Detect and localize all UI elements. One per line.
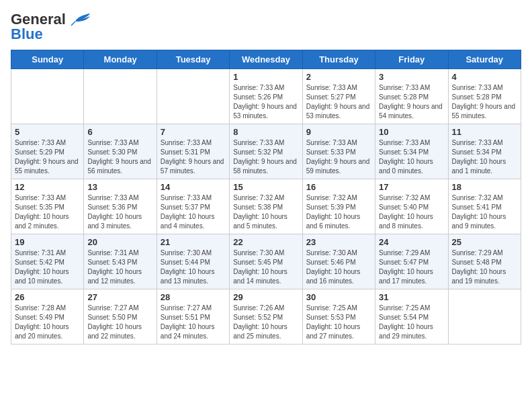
day-number: 12 — [15, 182, 80, 192]
day-number: 31 — [379, 292, 444, 302]
day-info: Sunrise: 7:30 AM Sunset: 5:46 PM Dayligh… — [306, 248, 371, 286]
day-info: Sunrise: 7:31 AM Sunset: 5:42 PM Dayligh… — [15, 248, 80, 286]
calendar-day-10: 10Sunrise: 7:33 AM Sunset: 5:34 PM Dayli… — [375, 124, 448, 179]
day-number: 1 — [233, 72, 298, 82]
day-number: 17 — [379, 182, 444, 192]
day-info: Sunrise: 7:33 AM Sunset: 5:35 PM Dayligh… — [15, 193, 80, 231]
calendar-day-23: 23Sunrise: 7:30 AM Sunset: 5:46 PM Dayli… — [302, 234, 375, 289]
calendar-empty-cell — [84, 69, 157, 124]
day-info: Sunrise: 7:25 AM Sunset: 5:53 PM Dayligh… — [306, 304, 371, 341]
calendar-day-22: 22Sunrise: 7:30 AM Sunset: 5:45 PM Dayli… — [230, 234, 302, 289]
logo-bird-icon — [70, 12, 91, 27]
calendar-day-27: 27Sunrise: 7:27 AM Sunset: 5:50 PM Dayli… — [84, 289, 157, 345]
calendar-day-8: 8Sunrise: 7:33 AM Sunset: 5:32 PM Daylig… — [230, 124, 302, 179]
day-info: Sunrise: 7:33 AM Sunset: 5:37 PM Dayligh… — [161, 193, 226, 231]
calendar-empty-cell — [11, 69, 84, 124]
day-info: Sunrise: 7:33 AM Sunset: 5:33 PM Dayligh… — [306, 138, 371, 176]
calendar-day-4: 4Sunrise: 7:33 AM Sunset: 5:28 PM Daylig… — [448, 69, 521, 124]
day-info: Sunrise: 7:26 AM Sunset: 5:52 PM Dayligh… — [233, 304, 298, 341]
day-number: 27 — [87, 292, 152, 302]
weekday-header-row: SundayMondayTuesdayWednesdayThursdayFrid… — [11, 50, 521, 69]
day-number: 15 — [233, 182, 298, 192]
day-number: 24 — [379, 237, 444, 247]
calendar-week-row: 5Sunrise: 7:33 AM Sunset: 5:29 PM Daylig… — [11, 124, 521, 179]
weekday-header-monday: Monday — [84, 50, 157, 69]
day-number: 2 — [306, 72, 371, 82]
day-info: Sunrise: 7:32 AM Sunset: 5:40 PM Dayligh… — [379, 193, 444, 231]
day-info: Sunrise: 7:27 AM Sunset: 5:50 PM Dayligh… — [87, 304, 152, 341]
day-number: 16 — [306, 182, 371, 192]
calendar-table: SundayMondayTuesdayWednesdayThursdayFrid… — [11, 50, 521, 345]
day-number: 29 — [233, 292, 298, 302]
calendar-day-24: 24Sunrise: 7:29 AM Sunset: 5:47 PM Dayli… — [375, 234, 448, 289]
day-number: 20 — [87, 237, 152, 247]
calendar-day-19: 19Sunrise: 7:31 AM Sunset: 5:42 PM Dayli… — [11, 234, 84, 289]
calendar-empty-cell — [157, 69, 229, 124]
calendar-day-26: 26Sunrise: 7:28 AM Sunset: 5:49 PM Dayli… — [11, 289, 84, 345]
day-info: Sunrise: 7:28 AM Sunset: 5:49 PM Dayligh… — [15, 304, 80, 341]
calendar-day-6: 6Sunrise: 7:33 AM Sunset: 5:30 PM Daylig… — [84, 124, 157, 179]
day-number: 21 — [161, 237, 226, 247]
day-info: Sunrise: 7:32 AM Sunset: 5:39 PM Dayligh… — [306, 193, 371, 231]
day-info: Sunrise: 7:30 AM Sunset: 5:45 PM Dayligh… — [233, 248, 298, 286]
day-info: Sunrise: 7:29 AM Sunset: 5:48 PM Dayligh… — [452, 248, 517, 286]
day-info: Sunrise: 7:32 AM Sunset: 5:38 PM Dayligh… — [233, 193, 298, 231]
day-info: Sunrise: 7:33 AM Sunset: 5:34 PM Dayligh… — [452, 138, 517, 176]
day-info: Sunrise: 7:27 AM Sunset: 5:51 PM Dayligh… — [161, 304, 226, 341]
day-info: Sunrise: 7:33 AM Sunset: 5:28 PM Dayligh… — [379, 83, 444, 121]
weekday-header-tuesday: Tuesday — [157, 50, 229, 69]
calendar-day-28: 28Sunrise: 7:27 AM Sunset: 5:51 PM Dayli… — [157, 289, 229, 345]
day-number: 30 — [306, 292, 371, 302]
day-info: Sunrise: 7:33 AM Sunset: 5:32 PM Dayligh… — [233, 138, 298, 176]
weekday-header-sunday: Sunday — [11, 50, 84, 69]
weekday-header-friday: Friday — [375, 50, 448, 69]
day-number: 11 — [452, 127, 517, 137]
calendar-week-row: 19Sunrise: 7:31 AM Sunset: 5:42 PM Dayli… — [11, 234, 521, 289]
day-number: 23 — [306, 237, 371, 247]
calendar-day-12: 12Sunrise: 7:33 AM Sunset: 5:35 PM Dayli… — [11, 179, 84, 234]
calendar-day-3: 3Sunrise: 7:33 AM Sunset: 5:28 PM Daylig… — [375, 69, 448, 124]
calendar-day-20: 20Sunrise: 7:31 AM Sunset: 5:43 PM Dayli… — [84, 234, 157, 289]
calendar-day-2: 2Sunrise: 7:33 AM Sunset: 5:27 PM Daylig… — [302, 69, 375, 124]
day-number: 4 — [452, 72, 517, 82]
calendar-day-7: 7Sunrise: 7:33 AM Sunset: 5:31 PM Daylig… — [157, 124, 229, 179]
day-number: 22 — [233, 237, 298, 247]
day-info: Sunrise: 7:32 AM Sunset: 5:41 PM Dayligh… — [452, 193, 517, 231]
calendar-day-29: 29Sunrise: 7:26 AM Sunset: 5:52 PM Dayli… — [230, 289, 302, 345]
day-number: 14 — [161, 182, 226, 192]
day-info: Sunrise: 7:33 AM Sunset: 5:30 PM Dayligh… — [87, 138, 152, 176]
calendar-day-17: 17Sunrise: 7:32 AM Sunset: 5:40 PM Dayli… — [375, 179, 448, 234]
day-number: 5 — [15, 127, 80, 137]
day-info: Sunrise: 7:33 AM Sunset: 5:34 PM Dayligh… — [379, 138, 444, 176]
day-number: 19 — [15, 237, 80, 247]
calendar-day-14: 14Sunrise: 7:33 AM Sunset: 5:37 PM Dayli… — [157, 179, 229, 234]
day-number: 9 — [306, 127, 371, 137]
day-number: 28 — [161, 292, 226, 302]
calendar-day-5: 5Sunrise: 7:33 AM Sunset: 5:29 PM Daylig… — [11, 124, 84, 179]
calendar-day-11: 11Sunrise: 7:33 AM Sunset: 5:34 PM Dayli… — [448, 124, 521, 179]
calendar-day-9: 9Sunrise: 7:33 AM Sunset: 5:33 PM Daylig… — [302, 124, 375, 179]
day-info: Sunrise: 7:33 AM Sunset: 5:31 PM Dayligh… — [161, 138, 226, 176]
calendar-day-15: 15Sunrise: 7:32 AM Sunset: 5:38 PM Dayli… — [230, 179, 302, 234]
logo: General Blue — [11, 11, 91, 43]
calendar-day-25: 25Sunrise: 7:29 AM Sunset: 5:48 PM Dayli… — [448, 234, 521, 289]
page-header: General Blue — [11, 11, 521, 43]
day-number: 25 — [452, 237, 517, 247]
day-info: Sunrise: 7:33 AM Sunset: 5:26 PM Dayligh… — [233, 83, 298, 121]
day-info: Sunrise: 7:33 AM Sunset: 5:29 PM Dayligh… — [15, 138, 80, 176]
calendar-week-row: 1Sunrise: 7:33 AM Sunset: 5:26 PM Daylig… — [11, 69, 521, 124]
logo-blue-text: Blue — [11, 26, 43, 43]
day-number: 3 — [379, 72, 444, 82]
day-number: 10 — [379, 127, 444, 137]
day-info: Sunrise: 7:29 AM Sunset: 5:47 PM Dayligh… — [379, 248, 444, 286]
day-info: Sunrise: 7:33 AM Sunset: 5:36 PM Dayligh… — [87, 193, 152, 231]
weekday-header-thursday: Thursday — [302, 50, 375, 69]
weekday-header-wednesday: Wednesday — [230, 50, 302, 69]
calendar-day-31: 31Sunrise: 7:25 AM Sunset: 5:54 PM Dayli… — [375, 289, 448, 345]
day-info: Sunrise: 7:30 AM Sunset: 5:44 PM Dayligh… — [161, 248, 226, 286]
calendar-week-row: 12Sunrise: 7:33 AM Sunset: 5:35 PM Dayli… — [11, 179, 521, 234]
day-number: 18 — [452, 182, 517, 192]
calendar-day-30: 30Sunrise: 7:25 AM Sunset: 5:53 PM Dayli… — [302, 289, 375, 345]
day-info: Sunrise: 7:31 AM Sunset: 5:43 PM Dayligh… — [87, 248, 152, 286]
day-info: Sunrise: 7:25 AM Sunset: 5:54 PM Dayligh… — [379, 304, 444, 341]
